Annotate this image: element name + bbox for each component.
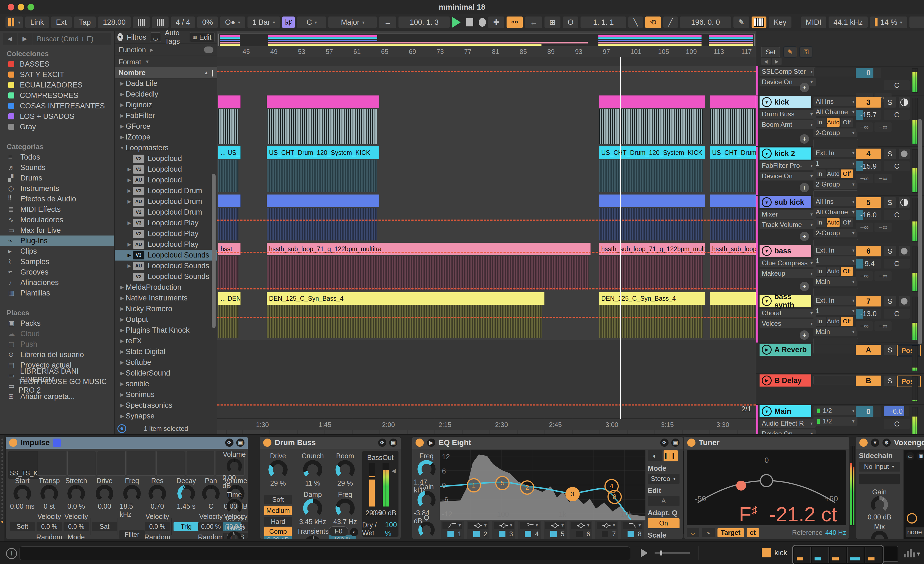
- band-enable-checkbox[interactable]: [627, 531, 634, 537]
- browser-scrollbar[interactable]: [212, 174, 216, 328]
- track-name[interactable]: ▼bass synth: [759, 295, 811, 307]
- sidebar-item-todos[interactable]: ≡Todos: [0, 152, 114, 162]
- expand-arrow-icon[interactable]: ▶: [118, 123, 126, 129]
- add-automation-lane-button[interactable]: +: [800, 134, 809, 144]
- plugin-list-item[interactable]: V2Loopcloud Play: [115, 229, 217, 239]
- draw-pencil-button[interactable]: ✎: [734, 17, 750, 28]
- plugin-save-icon[interactable]: ▣: [916, 452, 924, 460]
- play-icon[interactable]: ▶: [762, 345, 772, 355]
- impulse-slot[interactable]: [68, 451, 96, 476]
- eq-band-1[interactable]: ▼1: [441, 521, 464, 539]
- clip-header[interactable]: DEN_125_C_Syn_Bass_4: [599, 292, 705, 305]
- solo-button[interactable]: S: [884, 149, 896, 159]
- pan-field[interactable]: C: [884, 419, 910, 429]
- name-column-header[interactable]: Nombre▲|: [115, 67, 217, 78]
- param-knob[interactable]: [40, 485, 58, 502]
- fold-icon[interactable]: ▼: [762, 296, 772, 306]
- hot-swap-icon[interactable]: ⟳: [378, 439, 386, 447]
- plugin-list-item[interactable]: ▶V3Loopcloud Sounds: [115, 250, 217, 260]
- global-param-knob[interactable]: [226, 531, 242, 539]
- computer-midi-keyboard-button[interactable]: [752, 17, 766, 28]
- plugin-list-item[interactable]: ▶iZotope: [115, 132, 217, 143]
- clip-body[interactable]: [710, 208, 755, 241]
- plugin-list-item[interactable]: ▶V3Loopcloud Drum: [115, 185, 217, 196]
- monitor-option-in[interactable]: In: [813, 170, 826, 178]
- volume-field[interactable]: -15.7: [856, 110, 881, 120]
- routing-select[interactable]: All Channe▼: [813, 108, 858, 116]
- drive-value[interactable]: 29 %: [270, 479, 286, 487]
- clip-header[interactable]: DEN_125_C_Syn_Bass_4: [267, 292, 544, 305]
- track-name[interactable]: ▼bass: [759, 245, 811, 257]
- tuner-history-view-icon[interactable]: ∿: [702, 528, 715, 537]
- param-value[interactable]: C: [208, 502, 213, 510]
- sidebar-item-plug-ins[interactable]: ⌁Plug-Ins: [0, 236, 114, 246]
- chevron-down-icon[interactable]: ▼: [916, 551, 921, 557]
- expand-arrow-icon[interactable]: ▶: [126, 252, 133, 258]
- track-device-select[interactable]: Glue Compress▼: [759, 259, 816, 268]
- plugin-list-item[interactable]: ▶Decidedly: [115, 89, 217, 99]
- global-param-value[interactable]: 0.00 dB: [222, 474, 246, 490]
- clip-header[interactable]: [710, 95, 756, 108]
- eq-band-6[interactable]: ▼6: [570, 521, 592, 539]
- routing-select[interactable]: All Channe▼: [813, 208, 858, 217]
- expand-arrow-icon[interactable]: ▶: [118, 306, 126, 312]
- dry-wet-value[interactable]: 100 %: [385, 520, 399, 538]
- punch-in-button[interactable]: ╲: [628, 17, 643, 28]
- plugin-window-thumb[interactable]: [883, 546, 898, 562]
- sidebar-item-drums[interactable]: ▞Drums: [0, 173, 114, 183]
- device-chain-overview[interactable]: [792, 545, 884, 564]
- clip-header[interactable]: hsst: [218, 243, 241, 255]
- quantize-menu[interactable]: 1 Bar▾: [248, 17, 280, 28]
- param-value[interactable]: 0.00 ms: [10, 502, 34, 510]
- track-device-select[interactable]: Device On▼: [759, 171, 816, 180]
- automation-dashed-line[interactable]: [217, 317, 756, 318]
- track-number-badge[interactable]: 5: [856, 197, 881, 208]
- eq-q-knob[interactable]: [418, 522, 435, 538]
- tuner-arc-view-icon[interactable]: ◡: [687, 528, 699, 537]
- record-button[interactable]: [479, 18, 486, 27]
- pan-field[interactable]: C: [884, 161, 910, 171]
- collection-item[interactable]: COSAS INTERESANTES: [0, 101, 114, 111]
- routing-empty-box[interactable]: [813, 376, 858, 385]
- cpu-meter[interactable]: 14 %▾: [870, 17, 907, 28]
- add-automation-lane-button[interactable]: +: [800, 331, 809, 340]
- track-device-select[interactable]: Voices▼: [759, 319, 816, 328]
- save-preset-icon[interactable]: ▣: [389, 439, 398, 447]
- global-param-knob[interactable]: [226, 458, 242, 474]
- arrangement-track-row-bass-synth[interactable]: ... DENDEN_125_C_Syn_Bass_4DEN_125_C_Syn…: [217, 292, 756, 340]
- track-name[interactable]: ▶B Delay: [759, 374, 811, 387]
- band-enable-checkbox[interactable]: [602, 531, 608, 537]
- tuner-title-bar[interactable]: Tuner: [684, 437, 849, 449]
- routing-select[interactable]: Ext. In▼: [813, 149, 858, 157]
- metronome-button[interactable]: O●▾: [220, 17, 245, 28]
- send-field[interactable]: −∞: [874, 271, 891, 281]
- monitor-option-auto[interactable]: Auto: [827, 118, 839, 127]
- routing-select[interactable]: 2-Group▼: [813, 180, 858, 189]
- loop-nudge-right-button[interactable]: ▶: [772, 58, 782, 65]
- impulse-slot[interactable]: [186, 451, 215, 476]
- plugin-param-dot[interactable]: [907, 513, 917, 523]
- plugin-list-item[interactable]: ▶sonible: [115, 379, 217, 389]
- automation-dashed-line[interactable]: [217, 288, 756, 289]
- eq-analyzer-icon[interactable]: ▍▏▍: [664, 450, 678, 462]
- res-velocity-field[interactable]: 0.0 %: [145, 522, 170, 531]
- mixer-scrollbar[interactable]: [918, 119, 922, 344]
- expand-arrow-icon[interactable]: ▼: [118, 145, 126, 151]
- sidebar-item-midi-effects[interactable]: ≣MIDI Effects: [0, 204, 114, 215]
- plugin-list-item[interactable]: ▶GForce: [115, 121, 217, 132]
- expand-arrow-icon[interactable]: ▶: [118, 113, 126, 119]
- param-knob[interactable]: [96, 485, 113, 502]
- routing-empty-box[interactable]: [813, 345, 858, 354]
- clip-header[interactable]: [267, 95, 379, 108]
- tempo-field[interactable]: 128.00: [98, 17, 130, 28]
- volume-field[interactable]: -16.0: [856, 210, 881, 220]
- param-knob[interactable]: [177, 485, 195, 502]
- fold-icon[interactable]: ▼: [762, 97, 772, 107]
- plugin-list-item[interactable]: ▶AULoopcloud: [115, 175, 217, 185]
- track-number-badge[interactable]: 7: [856, 296, 881, 307]
- eq-filter-node-8[interactable]: 8: [608, 490, 622, 504]
- clip-header[interactable]: hssth_sub_loop_71_g_122bpm_multitra: [267, 243, 591, 255]
- arm-button[interactable]: [899, 246, 910, 256]
- hard-button[interactable]: Hard: [264, 517, 292, 526]
- routing-select[interactable]: ▐▌1/2▼: [813, 406, 858, 415]
